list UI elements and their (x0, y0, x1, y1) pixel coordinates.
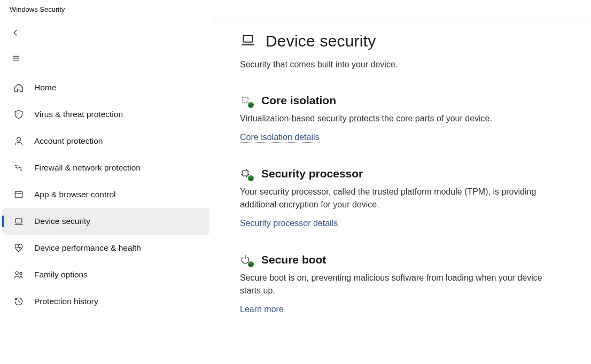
sidebar-item-account[interactable]: Account protection (2, 128, 209, 154)
svg-rect-13 (243, 171, 248, 176)
section-title: Core isolation (261, 94, 336, 107)
sidebar-item-history[interactable]: Protection history (2, 288, 209, 315)
core-isolation-details-link[interactable]: Core isolation details (240, 133, 320, 143)
svg-rect-10 (243, 35, 253, 42)
network-icon (13, 162, 25, 174)
sidebar-item-home[interactable]: Home (2, 74, 209, 101)
sidebar-item-performance[interactable]: Device performance & health (2, 235, 209, 261)
chip-dotted-icon (240, 95, 252, 106)
sidebar-item-label: Virus & threat protection (34, 110, 123, 119)
chip-icon (240, 168, 252, 180)
svg-point-3 (17, 137, 21, 141)
back-button[interactable] (4, 22, 28, 44)
section-title: Secure boot (261, 253, 326, 266)
menu-button[interactable] (4, 48, 28, 70)
app-icon (13, 189, 25, 200)
section-core-isolation: Core isolation Virtualization-based secu… (240, 94, 564, 143)
section-title: Security processor (261, 167, 363, 180)
section-description: Your security processor, called the trus… (240, 185, 564, 211)
sidebar-item-label: Home (34, 83, 56, 92)
page-title: Device security (266, 32, 376, 50)
arrow-left-icon (11, 28, 21, 39)
sidebar-item-device-security[interactable]: Device security (2, 208, 209, 235)
sidebar-item-label: App & browser control (34, 190, 116, 199)
history-icon (13, 296, 25, 307)
shield-icon (13, 109, 25, 120)
svg-point-8 (15, 272, 18, 274)
home-icon (13, 82, 25, 94)
laptop-icon (240, 32, 256, 50)
hamburger-icon (11, 53, 21, 65)
checkmark-icon (248, 261, 254, 267)
sidebar-item-label: Device security (34, 216, 90, 226)
page-subtitle: Security that comes built into your devi… (240, 60, 564, 69)
laptop-icon (13, 215, 25, 227)
sidebar-item-label: Firewall & network protection (34, 163, 141, 173)
nav-list: Home Virus & threat protection Account p… (0, 74, 213, 315)
checkmark-icon (248, 175, 254, 181)
person-icon (13, 135, 25, 147)
family-icon (13, 269, 25, 281)
svg-rect-4 (15, 191, 22, 198)
section-description: Secure boot is on, preventing malicious … (240, 272, 564, 297)
sidebar-item-label: Protection history (34, 297, 98, 306)
sidebar-item-label: Account protection (34, 136, 103, 146)
section-security-processor: Security processor Your security process… (240, 167, 564, 229)
sidebar-item-firewall[interactable]: Firewall & network protection (2, 154, 209, 181)
power-icon (240, 254, 252, 266)
checkmark-icon (248, 102, 254, 108)
sidebar-item-family[interactable]: Family options (2, 261, 209, 288)
health-icon (13, 242, 25, 254)
sidebar: Home Virus & threat protection Account p… (0, 18, 213, 364)
svg-point-9 (20, 272, 22, 274)
sidebar-item-virus[interactable]: Virus & threat protection (2, 101, 209, 128)
sidebar-item-app-browser[interactable]: App & browser control (2, 181, 209, 208)
main-panel: Device security Security that comes buil… (213, 18, 591, 364)
secure-boot-learn-more-link[interactable]: Learn more (240, 305, 284, 315)
sidebar-item-label: Family options (34, 270, 88, 280)
window-title: Windows Security (0, 0, 591, 18)
svg-rect-12 (243, 97, 248, 103)
security-processor-details-link[interactable]: Security processor details (240, 219, 338, 229)
section-description: Virtualization-based security protects t… (240, 112, 564, 125)
page-header: Device security (240, 32, 564, 50)
section-secure-boot: Secure boot Secure boot is on, preventin… (240, 253, 564, 315)
svg-rect-6 (15, 219, 22, 223)
sidebar-item-label: Device performance & health (34, 243, 141, 253)
